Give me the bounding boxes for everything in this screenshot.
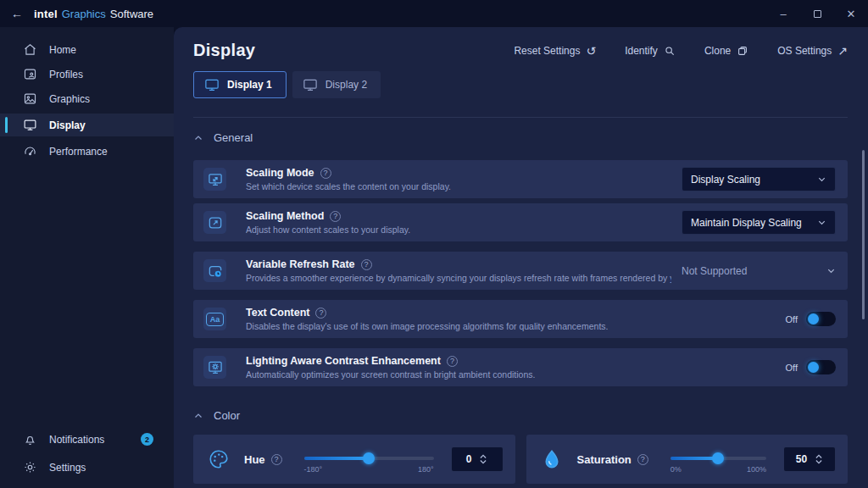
sidebar-item-label: Notifications: [49, 434, 104, 446]
lighting-aware-contrast-icon: [203, 356, 226, 379]
color-cards: Hue ? -180° 180° 0: [193, 435, 848, 484]
help-icon[interactable]: ?: [271, 454, 282, 465]
reset-settings-label: Reset Settings: [514, 45, 580, 57]
hue-title: Hue: [244, 453, 265, 466]
selected-value: Maintain Display Scaling: [691, 217, 802, 229]
sidebar-item-profiles[interactable]: Profiles: [0, 62, 174, 86]
slider-min-label: -180°: [304, 465, 323, 474]
aa-glyph: Aa: [206, 313, 224, 326]
lighting-aware-contrast-toggle[interactable]: [806, 360, 836, 374]
close-button[interactable]: ✕: [834, 0, 868, 27]
hue-value-input[interactable]: 0: [451, 446, 504, 472]
display-icon: [23, 118, 37, 132]
header-actions: Reset Settings ↺ Identify Clone OS Setti…: [514, 45, 848, 57]
scaling-mode-row: Scaling Mode ? Set which device scales t…: [193, 160, 848, 198]
lighting-aware-contrast-row: Lighting Aware Contrast Enhancement ? Au…: [193, 348, 848, 386]
slider-max-label: 180°: [418, 465, 434, 474]
reset-settings-button[interactable]: Reset Settings ↺: [514, 45, 596, 57]
intel-logo: intel: [34, 8, 58, 20]
titlebar: ← intel Graphics Software – ✕: [0, 0, 868, 27]
maximize-button[interactable]: [800, 0, 834, 27]
tab-display-2[interactable]: Display 2: [292, 71, 381, 98]
settings-list: Scaling Mode ? Set which device scales t…: [193, 160, 848, 386]
section-title: Color: [214, 409, 240, 422]
help-icon[interactable]: ?: [447, 356, 458, 367]
gear-icon: [23, 460, 37, 474]
help-icon[interactable]: ?: [637, 454, 648, 465]
maximize-icon: [814, 10, 821, 18]
variable-refresh-rate-icon: [203, 259, 226, 282]
display-tabs: Display 1 Display 2: [193, 71, 848, 98]
sidebar-item-label: Settings: [49, 462, 86, 474]
setting-description: Set which device scales the content on y…: [246, 181, 451, 191]
toggle-state-label: Off: [786, 314, 798, 324]
text-content-icon: Aa: [203, 308, 226, 330]
setting-description: Disables the display's use of its own im…: [246, 321, 608, 331]
chevron-down-icon: [817, 175, 826, 184]
section-title: General: [214, 131, 253, 144]
scaling-method-select[interactable]: Maintain Display Scaling: [682, 210, 836, 235]
search-icon: [664, 45, 676, 57]
saturation-title: Saturation: [577, 453, 632, 466]
main-content: Display Reset Settings ↺ Identify Clone: [174, 27, 868, 488]
page-title: Display: [193, 41, 255, 60]
help-icon[interactable]: ?: [330, 211, 341, 222]
identify-button[interactable]: Identify: [625, 45, 676, 57]
identify-label: Identify: [625, 45, 658, 57]
brand-software: Software: [110, 8, 153, 20]
help-icon[interactable]: ?: [315, 308, 326, 319]
bell-icon: [23, 432, 37, 446]
sidebar-item-notifications[interactable]: Notifications 2: [0, 427, 174, 452]
graphics-icon: [23, 92, 37, 106]
os-settings-button[interactable]: OS Settings ↗: [777, 45, 848, 57]
sidebar-item-performance[interactable]: Performance: [0, 139, 174, 164]
sidebar-item-display[interactable]: Display: [0, 114, 174, 136]
window-controls: – ✕: [766, 0, 868, 27]
toggle-knob: [808, 362, 819, 373]
back-button[interactable]: ←: [0, 7, 34, 20]
external-link-icon: ↗: [837, 45, 848, 57]
setting-description: Automatically optimizes your screen cont…: [246, 369, 535, 380]
setting-description: Adjust how content scales to your displa…: [246, 225, 410, 235]
sidebar-item-label: Graphics: [49, 93, 90, 105]
tab-label: Display 2: [326, 79, 367, 91]
slider-max-label: 100%: [747, 465, 766, 474]
help-icon[interactable]: ?: [361, 259, 372, 270]
section-general[interactable]: General: [193, 131, 848, 144]
minimize-button[interactable]: –: [766, 0, 800, 27]
sidebar: Home Profiles Graphics Display Performan…: [0, 27, 174, 488]
tab-label: Display 1: [227, 79, 272, 91]
profiles-icon: [23, 67, 37, 81]
sidebar-item-settings[interactable]: Settings: [0, 455, 174, 480]
notifications-badge: 2: [141, 433, 153, 446]
section-color[interactable]: Color: [193, 409, 848, 422]
app-brand: intel Graphics Software: [34, 8, 153, 20]
slider-knob[interactable]: [363, 452, 375, 464]
setting-title: Variable Refresh Rate: [246, 258, 355, 270]
slider-fill: [304, 457, 369, 460]
variable-refresh-rate-row: Variable Refresh Rate ? Provides a smoot…: [193, 252, 848, 290]
slider-knob[interactable]: [712, 452, 724, 464]
hue-card: Hue ? -180° 180° 0: [193, 435, 515, 484]
hue-slider[interactable]: -180° 180°: [304, 451, 434, 468]
tab-display-1[interactable]: Display 1: [193, 71, 287, 98]
help-icon[interactable]: ?: [320, 168, 331, 179]
saturation-slider[interactable]: 0% 100%: [670, 451, 766, 468]
stepper-icon: [479, 453, 487, 465]
saturation-value-input[interactable]: 50: [783, 446, 836, 472]
variable-refresh-rate-select[interactable]: Not Supported: [682, 265, 836, 277]
sidebar-item-home[interactable]: Home: [0, 37, 174, 62]
text-content-row: Aa Text Content ? Disables the display's…: [193, 300, 848, 338]
os-settings-label: OS Settings: [777, 45, 832, 57]
scrollbar[interactable]: [862, 150, 865, 319]
scaling-mode-select[interactable]: Display Scaling: [682, 167, 836, 191]
chevron-down-icon: [817, 218, 826, 227]
palette-icon: [205, 446, 232, 473]
clone-button[interactable]: Clone: [704, 45, 748, 57]
setting-title: Lighting Aware Contrast Enhancement: [246, 355, 441, 367]
setting-description: Provides a smoother experience by dynami…: [246, 273, 671, 283]
monitor-icon: [204, 77, 220, 92]
sidebar-item-label: Profiles: [49, 69, 83, 80]
text-content-toggle[interactable]: [806, 312, 836, 326]
sidebar-item-graphics[interactable]: Graphics: [0, 86, 174, 111]
